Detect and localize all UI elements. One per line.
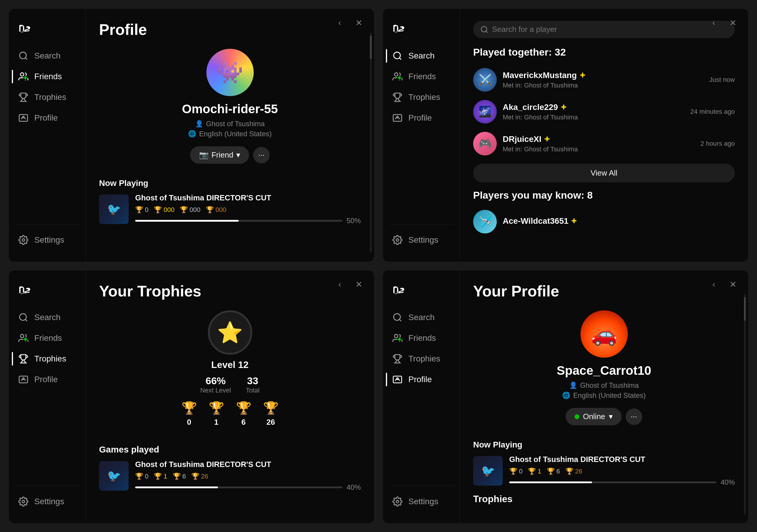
playstation-logo-icon	[18, 21, 33, 36]
view-all-button[interactable]: View All	[473, 164, 735, 182]
close-button-tr[interactable]: ✕	[726, 16, 739, 29]
sidebar-item-settings-br[interactable]: Settings	[386, 492, 457, 511]
sidebar-top-left: Search Friends Trophies Profile	[9, 9, 86, 262]
trophy-bronze-br: 🏆 26	[565, 468, 582, 475]
friend-name-2: Aka_circle229	[503, 103, 558, 112]
friends-online-dot	[23, 76, 27, 80]
sidebar-item-trophies-tr[interactable]: Trophies	[386, 87, 457, 107]
more-options-button[interactable]: ···	[253, 147, 270, 163]
svg-point-20	[396, 500, 399, 503]
sidebar-item-settings[interactable]: Settings	[12, 230, 82, 250]
progress-fill	[135, 220, 239, 222]
total-stat: 33 Total	[246, 375, 259, 394]
friends-label-tr: Friends	[409, 72, 436, 81]
friend-avatar-2: 🌌	[473, 100, 497, 124]
profile-label-bl: Profile	[34, 375, 58, 384]
sidebar-item-search-br[interactable]: Search	[386, 308, 457, 327]
settings-icon-tr	[392, 234, 403, 246]
trophy-icon-br	[392, 353, 403, 365]
sidebar-item-search-bl[interactable]: Search	[12, 308, 82, 327]
sidebar-nav-tr: Search Friends Trophies Profile	[383, 46, 460, 221]
your-profile-content: ‹ ✕ Your Profile 🚗 Space_Carrot10 👤 Ghos…	[460, 270, 748, 523]
sidebar-item-settings-tr[interactable]: Settings	[386, 230, 457, 250]
sidebar-item-friends-br[interactable]: Friends	[386, 328, 457, 348]
scrollbar-track-br[interactable]	[744, 294, 746, 514]
sidebar-item-trophies-br[interactable]: Trophies	[386, 349, 457, 369]
bronze-icon: 🏆	[263, 401, 279, 415]
back-button[interactable]: ‹	[333, 16, 346, 29]
close-button[interactable]: ✕	[352, 16, 365, 29]
trophy-icon-bl	[18, 353, 29, 365]
games-played-label: Games played	[99, 445, 361, 455]
search-icon	[18, 50, 29, 62]
sidebar-item-profile-bl[interactable]: Profile	[12, 370, 82, 389]
profile-icon-bl	[18, 374, 29, 385]
friend-button[interactable]: 📷 Friend ▾	[190, 146, 249, 164]
search-label: Search	[34, 51, 61, 61]
sidebar-item-friends-tl[interactable]: Friends	[12, 67, 82, 86]
back-button-bl[interactable]: ‹	[333, 278, 346, 291]
svg-point-11	[19, 313, 26, 320]
back-button-tr[interactable]: ‹	[707, 16, 720, 29]
trophy-bronze-bl: 🏆 26	[191, 473, 208, 480]
avatar-icon: 👾	[217, 60, 243, 85]
playstation-logo-icon-br	[392, 282, 407, 298]
avatar-img-2: 🌌	[478, 105, 492, 118]
sidebar-item-profile-tl[interactable]: Profile	[12, 108, 82, 128]
sidebar-item-profile-tr[interactable]: Profile	[386, 108, 457, 128]
sidebar-item-profile-br[interactable]: Profile	[386, 370, 457, 389]
scrollbar-thumb[interactable]	[370, 36, 372, 59]
sidebar-item-trophies-bl[interactable]: Trophies	[12, 349, 82, 369]
sidebar-item-friends-bl[interactable]: Friends	[12, 328, 82, 348]
game-thumb-icon: 🐦	[107, 203, 121, 216]
scrollbar-thumb-br[interactable]	[744, 297, 746, 321]
svg-point-16	[394, 313, 400, 320]
online-status-button[interactable]: Online ▾	[566, 408, 621, 425]
friend-avatar-ace: 🛩️	[473, 210, 497, 233]
next-level-label: Next Level	[200, 387, 231, 394]
trophy-level-icon: ⭐	[208, 310, 252, 355]
panel-header-buttons: ‹ ✕	[333, 16, 365, 29]
time-ago-3: 2 hours ago	[701, 140, 735, 147]
sidebar-item-search-tl[interactable]: Search	[12, 46, 82, 66]
friend-meta-3: Met in: Ghost of Tsushima	[503, 145, 695, 153]
friend-name-row-ace: Ace-Wildcat3651 ✚	[503, 216, 735, 226]
trophy-gold: 🏆 000	[154, 206, 174, 214]
player-search-input[interactable]	[492, 25, 728, 34]
search-label-tr: Search	[409, 51, 435, 61]
friends-icon-tr	[392, 71, 403, 82]
settings-label-bl: Settings	[34, 497, 64, 506]
sidebar-item-friends-tr[interactable]: Friends	[386, 67, 457, 86]
settings-icon	[18, 234, 29, 246]
total-value: 33	[246, 375, 259, 387]
trophy-row-br: 🏆 0 🏆 1 🏆 6 🏆 26	[509, 468, 735, 475]
page-title-br: Your Profile	[473, 282, 735, 300]
game-info-bl: Ghost of Tsushima DIRECTOR'S CUT 🏆 0 🏆 1…	[135, 460, 361, 491]
game-info-br: Ghost of Tsushima DIRECTOR'S CUT 🏆 0 🏆 1…	[509, 455, 735, 487]
progress-fill-bl	[135, 487, 218, 488]
search-icon-bar	[480, 25, 489, 34]
svg-point-17	[394, 334, 398, 338]
avatar-img-3: 🎮	[478, 137, 492, 150]
language-meta: 🌐 English (United States)	[188, 130, 271, 138]
action-buttons-br: Online ▾ ···	[566, 408, 642, 425]
game-title: Ghost of Tsushima DIRECTOR'S CUT	[135, 193, 361, 202]
svg-point-9	[396, 239, 399, 242]
ps-plus-icon-2: ✚	[561, 103, 566, 111]
panel-bottom-left: Search Friends Trophies Profile	[9, 270, 374, 523]
sidebar-item-settings-bl[interactable]: Settings	[12, 492, 82, 511]
player-search-bar[interactable]	[473, 21, 735, 38]
more-options-button-br[interactable]: ···	[626, 408, 642, 425]
sidebar-item-trophies-tl[interactable]: Trophies	[12, 87, 82, 107]
level-label: Level 12	[211, 359, 248, 370]
settings-label-tr: Settings	[409, 235, 438, 245]
dropdown-icon: ▾	[236, 150, 240, 160]
avatar-br: 🚗	[581, 310, 628, 358]
playstation-logo-icon-bl	[18, 282, 33, 298]
back-button-br[interactable]: ‹	[707, 278, 720, 291]
close-button-bl[interactable]: ✕	[352, 278, 365, 291]
close-button-br[interactable]: ✕	[726, 278, 739, 291]
scrollbar-track[interactable]	[370, 33, 372, 253]
ps-logo-area-bl	[9, 282, 85, 308]
sidebar-item-search-tr[interactable]: Search	[386, 46, 457, 66]
